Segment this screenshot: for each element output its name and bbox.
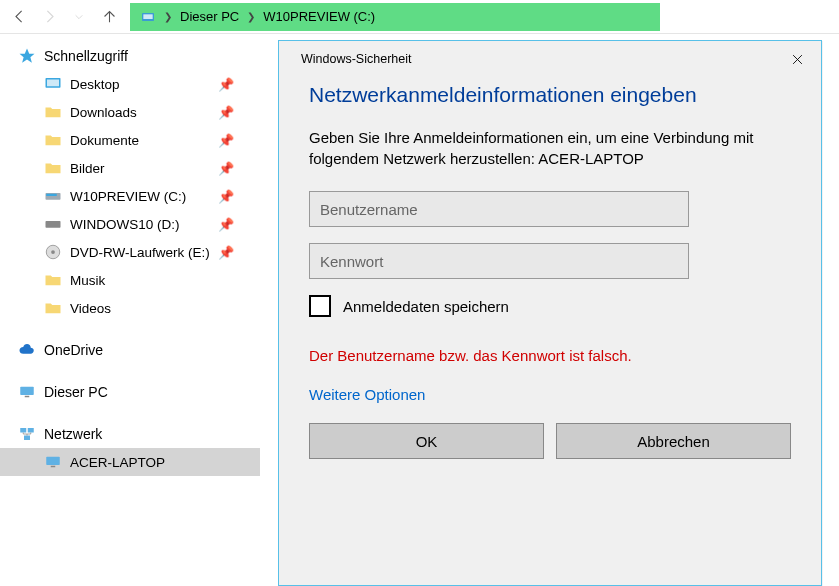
dialog-titlebar: Windows-Sicherheit (279, 41, 821, 77)
tree-label: WINDOWS10 (D:) (70, 217, 180, 232)
optical-drive-icon (44, 243, 62, 261)
tree-item-documents[interactable]: Dokumente 📌 (0, 126, 260, 154)
tree-label: ACER-LAPTOP (70, 455, 165, 470)
pin-icon: 📌 (218, 217, 260, 232)
tree-label: Schnellzugriff (44, 48, 128, 64)
svg-marker-2 (20, 49, 35, 63)
folder-icon (44, 103, 62, 121)
remember-row: Anmeldedaten speichern (309, 295, 791, 317)
dialog-instruction: Geben Sie Ihre Anmeldeinformationen ein,… (309, 127, 791, 169)
onedrive-header[interactable]: OneDrive (0, 336, 260, 364)
tree-label: DVD-RW-Laufwerk (E:) (70, 245, 210, 260)
drive-icon (44, 187, 62, 205)
computer-icon (18, 383, 36, 401)
forward-button[interactable] (34, 2, 64, 32)
svg-rect-4 (47, 80, 59, 87)
folder-icon (44, 131, 62, 149)
folder-icon (44, 271, 62, 289)
computer-icon (44, 453, 62, 471)
tree-label: Dieser PC (44, 384, 108, 400)
pin-icon: 📌 (218, 189, 260, 204)
tree-item-pictures[interactable]: Bilder 📌 (0, 154, 260, 182)
address-root-icon[interactable] (134, 3, 162, 31)
tree-item-network-computer[interactable]: ACER-LAPTOP (0, 448, 260, 476)
tree-label: Bilder (70, 161, 105, 176)
dialog-body: Netzwerkanmeldeinformationen eingeben Ge… (279, 83, 821, 459)
dialog-heading: Netzwerkanmeldeinformationen eingeben (309, 83, 791, 107)
breadcrumb-segment[interactable]: W10PREVIEW (C:) (257, 3, 381, 31)
pin-icon: 📌 (218, 133, 260, 148)
tree-item-music[interactable]: Musik (0, 266, 260, 294)
back-button[interactable] (4, 2, 34, 32)
svg-rect-6 (46, 194, 57, 196)
more-options-link[interactable]: Weitere Optionen (309, 386, 791, 403)
username-input[interactable]: Benutzername (309, 191, 689, 227)
cloud-icon (18, 341, 36, 359)
desktop-icon (44, 75, 62, 93)
chevron-right-icon: ❯ (162, 11, 174, 22)
dialog-caption: Windows-Sicherheit (289, 52, 783, 66)
svg-rect-15 (46, 457, 60, 465)
svg-rect-7 (46, 221, 61, 228)
address-bar[interactable]: ❯ Dieser PC ❯ W10PREVIEW (C:) (130, 3, 660, 31)
tree-label: Desktop (70, 77, 120, 92)
network-header[interactable]: Netzwerk (0, 420, 260, 448)
folder-tree: Schnellzugriff Desktop 📌 Downloads 📌 Dok… (0, 34, 260, 586)
remember-checkbox[interactable] (309, 295, 331, 317)
network-icon (18, 425, 36, 443)
cancel-button[interactable]: Abbrechen (556, 423, 791, 459)
folder-icon (44, 159, 62, 177)
svg-rect-11 (25, 396, 30, 398)
up-button[interactable] (94, 2, 124, 32)
svg-rect-13 (28, 428, 34, 433)
tree-label: W10PREVIEW (C:) (70, 189, 186, 204)
quick-access-header[interactable]: Schnellzugriff (0, 42, 260, 70)
tree-label: Downloads (70, 105, 137, 120)
tree-item-dvd[interactable]: DVD-RW-Laufwerk (E:) 📌 (0, 238, 260, 266)
tree-label: Dokumente (70, 133, 139, 148)
star-icon (18, 47, 36, 65)
svg-rect-12 (20, 428, 26, 433)
credentials-dialog: Windows-Sicherheit Netzwerkanmeldeinform… (278, 40, 822, 586)
network-group: Netzwerk ACER-LAPTOP (0, 420, 260, 476)
tree-item-downloads[interactable]: Downloads 📌 (0, 98, 260, 126)
pin-icon: 📌 (218, 77, 260, 92)
recent-dropdown-icon[interactable] (64, 2, 94, 32)
svg-point-9 (51, 250, 55, 254)
folder-icon (44, 299, 62, 317)
pin-icon: 📌 (218, 161, 260, 176)
nav-buttons (0, 2, 124, 32)
pin-icon: 📌 (218, 245, 260, 260)
tree-label: Netzwerk (44, 426, 102, 442)
onedrive-group: OneDrive (0, 336, 260, 364)
address-bar-container: ❯ Dieser PC ❯ W10PREVIEW (C:) (124, 0, 839, 33)
ok-button[interactable]: OK (309, 423, 544, 459)
tree-item-desktop[interactable]: Desktop 📌 (0, 70, 260, 98)
thispc-header[interactable]: Dieser PC (0, 378, 260, 406)
tree-label: Videos (70, 301, 111, 316)
svg-rect-16 (51, 466, 56, 468)
svg-rect-14 (24, 436, 30, 441)
password-input[interactable]: Kennwort (309, 243, 689, 279)
tree-label: Musik (70, 273, 105, 288)
quick-access-group: Schnellzugriff Desktop 📌 Downloads 📌 Dok… (0, 42, 260, 322)
breadcrumb-segment[interactable]: Dieser PC (174, 3, 245, 31)
tree-item-drive-d[interactable]: WINDOWS10 (D:) 📌 (0, 210, 260, 238)
svg-rect-1 (143, 14, 152, 19)
thispc-group: Dieser PC (0, 378, 260, 406)
explorer-topbar: ❯ Dieser PC ❯ W10PREVIEW (C:) (0, 0, 839, 34)
tree-item-drive-c[interactable]: W10PREVIEW (C:) 📌 (0, 182, 260, 210)
pin-icon: 📌 (218, 105, 260, 120)
close-button[interactable] (783, 45, 811, 73)
remember-label: Anmeldedaten speichern (343, 298, 509, 315)
tree-item-videos[interactable]: Videos (0, 294, 260, 322)
error-message: Der Benutzername bzw. das Kennwort ist f… (309, 347, 791, 364)
drive-icon (44, 215, 62, 233)
chevron-right-icon: ❯ (245, 11, 257, 22)
dialog-buttons: OK Abbrechen (309, 423, 791, 459)
tree-label: OneDrive (44, 342, 103, 358)
svg-rect-10 (20, 387, 34, 395)
